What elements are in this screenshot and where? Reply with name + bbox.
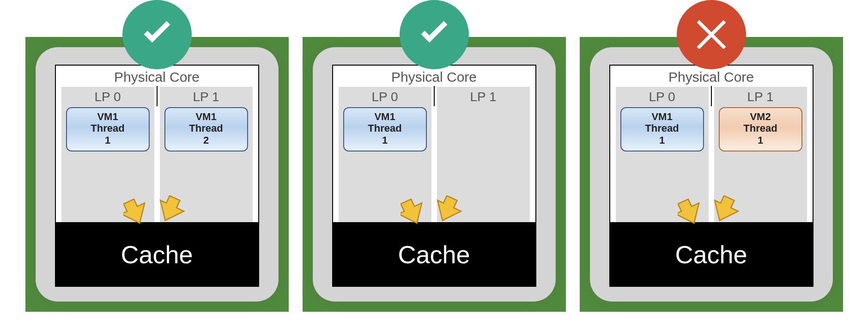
- cache-label: Cache: [675, 240, 747, 269]
- cpu-package: Physical Core LP 0 VM1 Thread 1: [25, 37, 289, 312]
- core-split-line: [434, 86, 435, 106]
- cache-access-arrows: [120, 195, 194, 228]
- core-split-line: [157, 86, 158, 106]
- thread-box-vm1-t1: VM1 Thread 1: [620, 107, 704, 151]
- physical-core: Physical Core LP 0 VM1 Thread 1: [332, 65, 536, 223]
- cache-label: Cache: [121, 240, 193, 269]
- thread-vm-label: VM1: [69, 111, 147, 122]
- thread-word: Thread: [346, 122, 424, 134]
- thread-vm-label: VM1: [623, 111, 701, 122]
- lp-label: LP 1: [470, 90, 496, 104]
- thread-number: 1: [722, 134, 800, 146]
- arrow-down-right-icon: [678, 195, 710, 228]
- physical-core: Physical Core LP 0 VM1 Thread 1: [609, 65, 813, 223]
- lp-label: LP 0: [371, 90, 398, 104]
- cache-access-arrows: [397, 195, 471, 228]
- cache-label: Cache: [398, 240, 470, 269]
- thread-number: 2: [167, 134, 245, 146]
- core-split-line: [711, 86, 712, 106]
- thread-box-vm1-t2: VM1 Thread 2: [164, 107, 248, 151]
- thread-word: Thread: [69, 122, 147, 134]
- cpu-die: Physical Core LP 0 VM1 Thread 1: [590, 47, 833, 302]
- thread-box-vm2-t1: VM2 Thread 1: [719, 107, 802, 151]
- cpu-package: Physical Core LP 0 VM1 Thread 1: [580, 37, 843, 312]
- thread-word: Thread: [623, 122, 701, 134]
- physical-core-label: Physical Core: [616, 69, 807, 85]
- logical-processor-row: LP 0 VM1 Thread 1 LP 1 VM2 Thread: [616, 87, 807, 222]
- cache-block: Cache: [55, 222, 259, 287]
- cache-access-arrows: [674, 195, 748, 228]
- thread-vm-label: VM1: [167, 111, 245, 122]
- lp-label: LP 0: [94, 90, 121, 104]
- cpu-package: Physical Core LP 0 VM1 Thread 1: [303, 37, 566, 312]
- lp-label: LP 0: [649, 90, 675, 104]
- physical-core: Physical Core LP 0 VM1 Thread 1: [55, 65, 259, 223]
- thread-number: 1: [346, 134, 424, 146]
- scenario-panel-allowed-sibling-threads: Physical Core LP 0 VM1 Thread 1: [25, 37, 289, 312]
- checkmark-icon: [400, 0, 469, 69]
- thread-box-vm1-t1: VM1 Thread 1: [343, 107, 427, 151]
- thread-box-vm1-t1: VM1 Thread 1: [66, 107, 150, 151]
- thread-word: Thread: [167, 122, 245, 134]
- cpu-die: Physical Core LP 0 VM1 Thread 1: [313, 47, 556, 302]
- thread-word: Thread: [722, 122, 800, 134]
- physical-core-label: Physical Core: [339, 69, 530, 85]
- thread-number: 1: [623, 134, 701, 146]
- scenario-panel-allowed-idle-sibling: Physical Core LP 0 VM1 Thread 1: [303, 37, 566, 312]
- thread-number: 1: [69, 134, 147, 146]
- lp-label: LP 1: [193, 90, 219, 104]
- lp-label: LP 1: [747, 90, 773, 104]
- cpu-die: Physical Core LP 0 VM1 Thread 1: [36, 47, 279, 302]
- arrow-down-left-icon: [713, 195, 745, 228]
- cache-block: Cache: [332, 222, 536, 287]
- arrow-down-right-icon: [123, 195, 156, 228]
- checkmark-icon: [122, 0, 192, 69]
- arrow-down-left-icon: [436, 195, 468, 228]
- thread-vm-label: VM2: [722, 111, 800, 122]
- arrow-down-left-icon: [158, 195, 191, 228]
- scenario-panel-disallowed-mixed-vms: Physical Core LP 0 VM1 Thread 1: [580, 37, 843, 312]
- physical-core-label: Physical Core: [61, 69, 253, 85]
- thread-vm-label: VM1: [346, 111, 424, 122]
- logical-processor-row: LP 0 VM1 Thread 1 LP 1: [339, 87, 530, 222]
- logical-processor-row: LP 0 VM1 Thread 1 LP 1 VM1 Thread: [61, 87, 253, 222]
- arrow-down-right-icon: [401, 195, 433, 228]
- cache-block: Cache: [609, 222, 813, 287]
- diagram-stage: Physical Core LP 0 VM1 Thread 1: [0, 0, 868, 321]
- cross-icon: [677, 0, 746, 69]
